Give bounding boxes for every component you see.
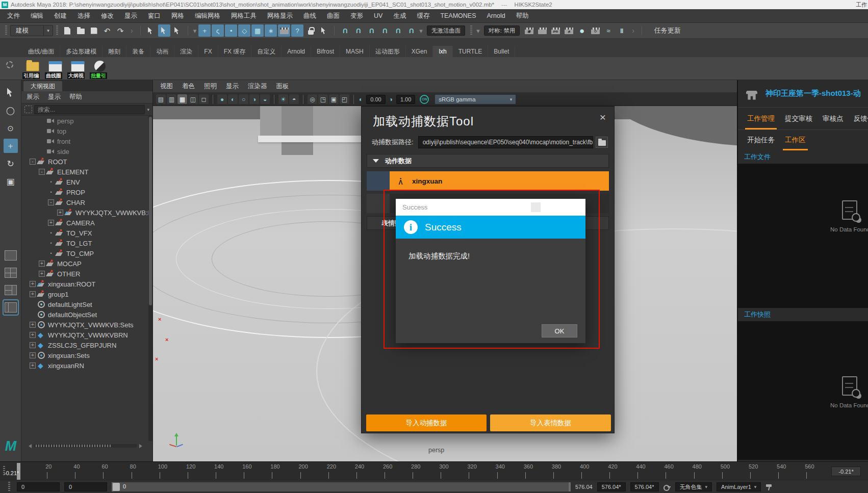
expander-icon[interactable]	[39, 138, 45, 144]
outliner-node[interactable]: xingxuanRN	[21, 360, 148, 371]
symmetry-field[interactable]: 对称: 禁用	[484, 25, 520, 36]
expander-icon[interactable]	[30, 362, 36, 369]
expander-icon[interactable]	[30, 322, 36, 328]
new-scene-icon[interactable]	[61, 24, 73, 37]
shelf-tab[interactable]: 雕刻	[103, 46, 126, 57]
chevron-down-icon[interactable]	[147, 107, 149, 112]
scroll-right-icon[interactable]	[139, 444, 142, 448]
playback-start-field[interactable]: 0	[64, 482, 107, 491]
outliner-node[interactable]: PROP	[21, 187, 148, 197]
motion-item-swatch[interactable]	[367, 194, 390, 213]
shelf-item-reference-editor[interactable]: 引用编	[23, 59, 42, 79]
color-management-badge[interactable]: ON	[420, 95, 429, 104]
shading-textured-icon[interactable]: ◑	[249, 94, 259, 104]
ipr-render-icon[interactable]	[549, 24, 561, 37]
bookmark-icon[interactable]: ◰	[340, 94, 349, 104]
outliner-horizontal-scrollbar[interactable]	[29, 444, 142, 448]
shelf-item-outliner[interactable]: 大纲视	[68, 59, 87, 79]
exposure-icon[interactable]: ◐	[358, 94, 364, 104]
expander-icon[interactable]	[48, 179, 54, 185]
shelf-tab[interactable]: 装备	[126, 46, 150, 57]
save-scene-icon[interactable]	[88, 24, 100, 37]
outliner-node[interactable]: top	[21, 126, 148, 136]
snap-magnet-grid-icon[interactable]: U	[339, 24, 351, 37]
outliner-node[interactable]: OTHER	[21, 269, 148, 279]
outliner-node[interactable]: MOCAP	[21, 258, 148, 269]
expander-icon[interactable]	[39, 261, 45, 267]
snap-magnet-live-icon[interactable]: U	[405, 24, 417, 37]
close-icon[interactable]	[531, 202, 541, 212]
separator[interactable]	[350, 94, 357, 104]
auto-key-icon[interactable]	[663, 483, 671, 490]
menu-item[interactable]: 曲面	[327, 12, 340, 20]
chevron-down-icon[interactable]	[705, 483, 708, 491]
shading-flat-icon[interactable]: ◐	[228, 94, 238, 104]
toolbar-grip[interactable]	[5, 25, 7, 36]
move-tool-icon[interactable]: +	[4, 139, 18, 153]
current-time-field[interactable]: -0.21*	[831, 466, 861, 476]
shelf-tab[interactable]: 多边形建模	[60, 46, 103, 57]
character-set-dropdown[interactable]: 无角色集	[675, 482, 712, 491]
motion-item-selected[interactable]: xingxuan	[390, 171, 609, 191]
menu-item[interactable]: 窗口	[148, 12, 161, 20]
chevron-down-icon[interactable]	[754, 483, 757, 491]
outliner-node[interactable]: TO_LGT	[21, 238, 148, 248]
shading-wireframe-icon[interactable]: ○	[239, 94, 248, 104]
select-hierarchy-icon[interactable]	[145, 24, 157, 37]
task-tab[interactable]: 提交审核	[780, 108, 818, 129]
outliner-node[interactable]: defaultObjectSet	[21, 309, 148, 320]
shelf-tab[interactable]: lxh	[433, 46, 452, 57]
shelf-tab[interactable]: XGen	[406, 46, 433, 57]
snap-magnet-curve-icon[interactable]: U	[352, 24, 364, 37]
home-icon[interactable]	[746, 91, 757, 100]
menu-item[interactable]: 文件	[7, 12, 20, 20]
outliner-node[interactable]: ELEMENT	[21, 167, 148, 177]
menu-item[interactable]: 缓存	[417, 12, 429, 20]
lasso-tool-icon[interactable]: ◯	[4, 103, 18, 117]
menu-item[interactable]: 修改	[101, 12, 114, 20]
render-sequence-icon[interactable]	[589, 24, 601, 37]
expander-icon[interactable]	[48, 250, 54, 256]
expander-icon[interactable]	[39, 148, 45, 154]
hammer-icon[interactable]	[765, 483, 773, 491]
group-break-icon[interactable]: ›	[127, 24, 136, 37]
expander-icon[interactable]	[30, 281, 36, 287]
gamma-icon[interactable]: ◑	[388, 94, 394, 104]
anim-snapshot-icon[interactable]	[278, 24, 290, 37]
expander-icon[interactable]	[30, 332, 36, 338]
panel-menu-item[interactable]: 面板	[276, 82, 289, 91]
import-motion-button[interactable]: 导入动捕数据	[366, 414, 487, 431]
dropdown-caret-icon[interactable]: ▾	[418, 24, 424, 37]
active-surface-field[interactable]: 无激活曲面	[427, 25, 466, 36]
gear-icon[interactable]	[6, 61, 13, 68]
panel-menu-item[interactable]: 显示	[226, 82, 239, 91]
outliner-menu-item[interactable]: 显示	[48, 93, 61, 101]
animation-end-field[interactable]: 576.04*	[630, 482, 659, 491]
menu-item[interactable]: 网格工具	[231, 12, 257, 20]
select-tool-icon[interactable]	[4, 85, 18, 99]
panel-menu-item[interactable]: 视图	[160, 82, 173, 91]
toolbar-grip[interactable]	[470, 25, 472, 36]
outliner-node[interactable]: WYYKJQTX_VWWKVBRN	[21, 330, 148, 340]
motion-data-section[interactable]: 动作数据	[367, 154, 609, 168]
panel-menu-item[interactable]: 渲染器	[248, 82, 267, 91]
task-subtab[interactable]: 工作区	[780, 130, 811, 150]
paint-effects-icon[interactable]: ≈	[602, 24, 615, 37]
separator[interactable]	[137, 24, 144, 37]
group-break-icon[interactable]: ›	[629, 24, 637, 37]
separator[interactable]	[331, 24, 338, 37]
outliner-node[interactable]: TO_CMP	[21, 248, 148, 258]
outliner-node[interactable]: defaultLightSet	[21, 299, 148, 309]
expander-icon[interactable]	[48, 240, 54, 246]
snap-magnet-plane-icon[interactable]: U	[392, 24, 404, 37]
layout-four-pane-button[interactable]	[4, 266, 18, 280]
browse-folder-button[interactable]	[596, 137, 608, 148]
menu-item[interactable]: 编辑网格	[195, 12, 220, 20]
render-settings-icon[interactable]	[563, 24, 575, 37]
shading-smooth-icon[interactable]: ●	[217, 94, 227, 104]
expander-icon[interactable]	[48, 189, 54, 195]
playback-end-field[interactable]: 576.04*	[597, 482, 626, 491]
chevron-down-icon[interactable]	[43, 25, 53, 36]
lock-icon[interactable]	[304, 24, 317, 37]
select-object-icon[interactable]	[158, 24, 170, 37]
